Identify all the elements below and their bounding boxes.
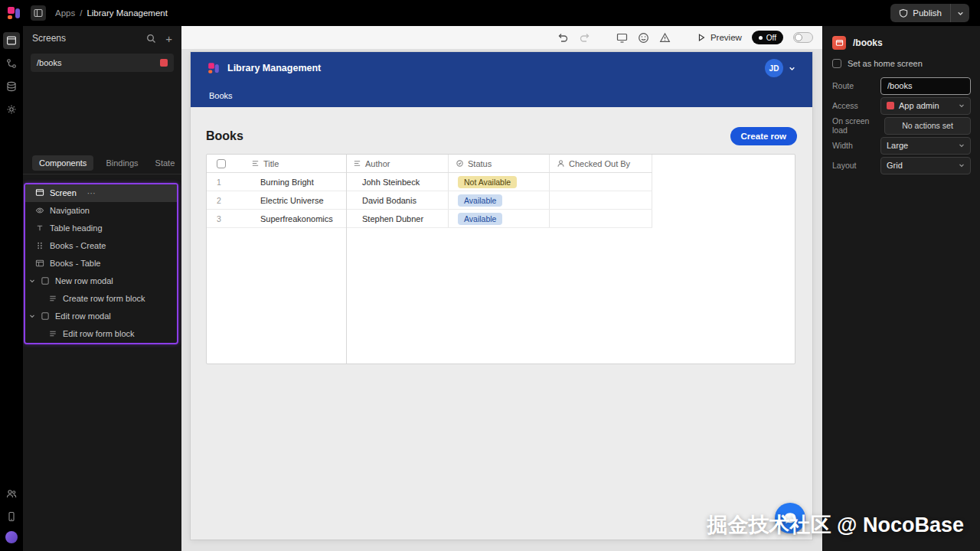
books-table: Title Author Status Checked Out By [206, 154, 795, 364]
column-header-checked-out-by[interactable]: Checked Out By [569, 159, 630, 168]
cell-title[interactable]: Electric Universe [244, 191, 346, 209]
chevron-down-icon[interactable] [789, 65, 795, 72]
rail-mobile-button[interactable] [3, 508, 20, 525]
panel-tabs: Components Bindings State [23, 152, 181, 174]
screens-panel: Screens + /books Components Bindings Sta… [23, 26, 181, 551]
toggle-knob [795, 34, 802, 41]
chevron-down-icon [959, 142, 965, 148]
status-badge: Available [458, 213, 502, 225]
chevron-down-icon[interactable] [29, 313, 35, 319]
publish-button[interactable]: Publish [890, 4, 950, 22]
user-avatar[interactable] [5, 531, 18, 543]
table-row[interactable]: 3 Superfreakonomics Stephen Dubner Avail… [207, 210, 652, 228]
button-grid-icon [35, 241, 44, 250]
width-select[interactable]: Large [880, 137, 971, 155]
select-all-checkbox[interactable] [217, 159, 226, 168]
tree-item-edit-row-modal[interactable]: Edit row modal [25, 307, 177, 324]
status-badge: Not Available [458, 176, 517, 188]
home-screen-checkbox[interactable] [832, 59, 841, 68]
role-color-swatch [887, 102, 894, 109]
table-row[interactable]: 1 Burning Bright Johh Steinbeck Not Avai… [207, 173, 652, 191]
onload-actions-button[interactable]: No actions set [884, 117, 971, 135]
rail-users-button[interactable] [3, 485, 20, 502]
search-icon[interactable] [146, 34, 156, 44]
access-select[interactable]: App admin [880, 97, 971, 115]
rail-settings-button[interactable] [3, 101, 20, 118]
chevron-down-icon [957, 10, 964, 17]
rail-automations-button[interactable] [3, 55, 20, 72]
chevron-down-icon [959, 162, 965, 168]
nav-link-books[interactable]: Books [209, 91, 233, 100]
cell-status[interactable]: Not Available [449, 173, 550, 191]
tree-item-label: Edit row form block [63, 329, 135, 338]
page-title: Books [206, 129, 243, 143]
cell-title[interactable]: Burning Bright [244, 173, 346, 191]
tab-bindings[interactable]: Bindings [101, 155, 142, 171]
tree-item-books-table[interactable]: Books - Table [25, 255, 177, 272]
tree-item-menu-button[interactable]: ⋯ [87, 188, 96, 198]
rail-design-button[interactable] [3, 32, 20, 49]
status-label: Off [766, 34, 776, 42]
cell-author[interactable]: Stephen Dubner [346, 210, 449, 227]
tree-item-new-row-modal[interactable]: New row modal [25, 272, 177, 289]
tab-state[interactable]: State [151, 155, 180, 171]
cell-checked-out-by[interactable] [550, 191, 652, 209]
breadcrumb-apps[interactable]: Apps [55, 8, 75, 18]
publish-state-toggle[interactable] [793, 32, 813, 43]
route-field-label: Route [832, 81, 854, 90]
route-input[interactable] [880, 77, 971, 95]
table-row[interactable]: 2 Electric Universe David Bodanis Availa… [207, 191, 652, 210]
app-title: Library Management [227, 63, 321, 73]
cell-title[interactable]: Superfreakonomics [244, 210, 346, 227]
tree-item-table-heading[interactable]: Table heading [25, 220, 177, 237]
user-avatar-jd[interactable]: JD [765, 59, 783, 77]
publish-label: Publish [913, 8, 942, 18]
warning-icon [659, 32, 671, 44]
cell-status[interactable]: Available [449, 191, 550, 209]
tree-item-books-create[interactable]: Books - Create [25, 237, 177, 255]
layout-select[interactable]: Grid [880, 157, 971, 174]
panel-layout-toggle-button[interactable] [31, 5, 46, 21]
redo-icon [579, 32, 590, 44]
status-badge: Available [458, 194, 502, 207]
user-column-icon [557, 159, 565, 168]
home-screen-toggle[interactable]: Set as home screen [823, 57, 980, 76]
add-screen-button[interactable]: + [165, 33, 172, 44]
column-header-status[interactable]: Status [468, 159, 492, 168]
width-select-value: Large [887, 141, 908, 150]
screens-panel-header: Screens + [23, 26, 181, 51]
tree-item-create-row-form-block[interactable]: Create row form block [25, 289, 177, 307]
column-header-author[interactable]: Author [365, 159, 390, 168]
layout-field-label: Layout [832, 161, 857, 170]
tab-components[interactable]: Components [32, 155, 93, 171]
theme-button[interactable] [638, 32, 649, 44]
issues-button[interactable] [659, 32, 671, 44]
redo-button[interactable] [579, 32, 590, 44]
publish-dropdown-button[interactable] [951, 4, 969, 22]
publish-icon [899, 8, 908, 18]
settings-panel-title: /books [853, 37, 883, 48]
live-status-pill[interactable]: Off [752, 31, 783, 44]
cell-checked-out-by[interactable] [550, 173, 652, 191]
chevron-down-icon[interactable] [29, 278, 35, 284]
chat-widget-button[interactable] [775, 503, 805, 533]
tree-item-navigation[interactable]: Navigation [25, 202, 177, 220]
rail-data-button[interactable] [3, 78, 20, 95]
design-screens-icon [6, 35, 17, 46]
cell-author[interactable]: Johh Steinbeck [346, 173, 449, 191]
tree-item-screen[interactable]: Screen ⋯ [25, 184, 177, 202]
screen-list-item-books[interactable]: /books [31, 54, 174, 72]
preview-button[interactable]: Preview [697, 33, 742, 42]
access-field: Access App admin [823, 96, 980, 116]
column-header-title[interactable]: Title [263, 159, 279, 168]
screen-size-button[interactable] [616, 32, 628, 44]
cell-checked-out-by[interactable] [550, 210, 652, 227]
cell-status[interactable]: Available [449, 210, 550, 227]
undo-button[interactable] [557, 32, 569, 44]
cell-author[interactable]: David Bodanis [346, 191, 449, 209]
component-tree: Screen ⋯ Navigation Table heading Books … [24, 183, 178, 344]
tree-item-edit-row-form-block[interactable]: Edit row form block [25, 324, 177, 342]
modal-icon [41, 311, 50, 321]
create-row-button[interactable]: Create row [730, 127, 797, 145]
monitor-icon [616, 32, 628, 44]
